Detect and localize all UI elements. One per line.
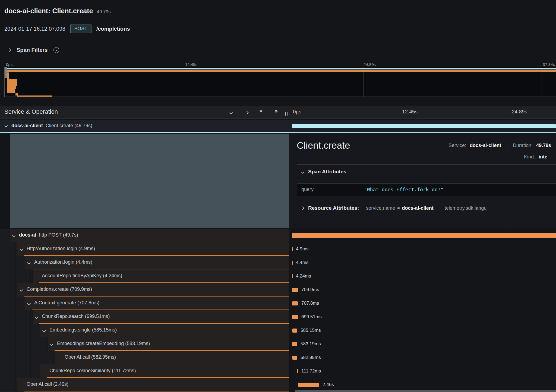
span-row[interactable]: ChunkRepo.search (699.51ms) xyxy=(0,310,289,324)
span-label: Embeddings.single (585.15ms) xyxy=(49,327,117,333)
detail-kind-line: Kind: inte xyxy=(524,154,547,160)
span-duration-label: 699.51ms xyxy=(301,314,322,320)
span-attributes-label: Span Attributes xyxy=(308,169,346,175)
expand-all-icon[interactable] xyxy=(274,110,277,112)
chevron-down-icon[interactable] xyxy=(20,288,23,292)
span-duration-bar[interactable] xyxy=(292,301,298,305)
span-row[interactable]: docs-aihttp POST (49.7s) xyxy=(0,229,289,242)
span-timeline-row[interactable]: 699.51ms xyxy=(289,310,556,324)
span-timeline-row[interactable] xyxy=(289,229,556,242)
meta-divider xyxy=(439,205,439,212)
timeline-tick-label: 0µs xyxy=(293,109,301,115)
span-timeline-row[interactable]: 585.15ms xyxy=(289,324,556,337)
span-label: docs-aihttp POST (49.7s) xyxy=(19,232,78,238)
span-duration-bar[interactable] xyxy=(292,288,298,292)
service-label: Service: xyxy=(448,143,466,148)
span-duration-label: 709.9ms xyxy=(301,287,319,292)
span-row[interactable]: Embeddings.createEmbedding (583.19ms) xyxy=(0,337,289,351)
span-duration-bar[interactable] xyxy=(292,342,297,346)
span-timeline-row[interactable]: 4.4ms xyxy=(289,256,556,269)
span-timeline-row[interactable]: 583.19ms xyxy=(289,337,556,351)
http-span-bar xyxy=(7,70,556,72)
indent-guides xyxy=(0,269,33,283)
span-attributes-toggle[interactable]: Span Attributes xyxy=(301,169,346,175)
chevron-down-icon[interactable] xyxy=(42,329,46,332)
span-duration-bar[interactable] xyxy=(298,383,319,387)
span-row[interactable]: ChunkRepo.cosineSimilarity (111.72ms) xyxy=(0,364,289,378)
span-timeline-row[interactable]: 111.72ms xyxy=(289,364,556,378)
kind-value: inte xyxy=(539,154,547,160)
span-label: AiContext.generate (707.8ms) xyxy=(34,300,99,306)
chevron-down-icon[interactable] xyxy=(35,315,38,319)
span-row[interactable]: OpenAI.call (582.95ms) xyxy=(0,351,289,364)
span-label: ChunkRepo.cosineSimilarity (111.72ms) xyxy=(49,368,136,374)
service-value: docs-ai-client xyxy=(470,143,501,148)
span-timeline-row[interactable]: 4.24ms xyxy=(289,269,556,283)
span-row[interactable]: AiContext.generate (707.8ms) xyxy=(0,297,289,310)
collapse-all-icon[interactable] xyxy=(260,109,262,112)
span-duration-bar[interactable] xyxy=(292,356,297,360)
collapse-one-icon[interactable] xyxy=(230,110,232,115)
span-filters-toggle[interactable]: Span Filters i xyxy=(0,38,556,62)
span-row[interactable]: OpenAI.call (2.46s) xyxy=(0,378,289,391)
span-duration-bar[interactable] xyxy=(292,274,293,278)
chevron-down-icon[interactable] xyxy=(27,302,31,305)
trace-duration: 49.79s xyxy=(97,9,110,14)
chevron-down-icon[interactable] xyxy=(12,234,15,237)
info-icon[interactable]: i xyxy=(53,47,59,53)
span-timeline-column: 4.9ms4.4ms4.24ms709.9ms707.8ms699.51ms58… xyxy=(289,229,556,392)
indent-guides xyxy=(0,283,17,297)
span-blob xyxy=(7,89,15,93)
trace-minimap[interactable] xyxy=(4,67,556,97)
indent-guides xyxy=(0,229,10,242)
chevron-down-icon[interactable] xyxy=(4,124,8,128)
expand-one-icon[interactable] xyxy=(246,110,248,115)
resource-value: docs-ai-client xyxy=(402,205,434,211)
chevron-down-icon[interactable] xyxy=(27,261,31,264)
span-timeline-row[interactable]: 709.9ms xyxy=(289,283,556,297)
page-title: docs-ai-client: Client.create49.79s xyxy=(4,7,111,15)
chevron-down-icon xyxy=(301,170,304,174)
span-duration-bar[interactable] xyxy=(297,369,298,373)
span-label: Embeddings.createEmbedding (583.19ms) xyxy=(57,341,150,346)
detail-panel-left-fill xyxy=(10,134,289,228)
attribute-value: "What does Effect.fork do?" xyxy=(364,187,444,192)
span-row[interactable]: Authorization.login (4.4ms) xyxy=(0,256,289,269)
row-accent-border xyxy=(24,391,289,391)
trace-title: docs-ai-client: Client.create xyxy=(4,7,93,15)
span-duration-bar[interactable] xyxy=(292,329,297,333)
span-duration-bar[interactable] xyxy=(292,233,556,238)
span-row[interactable]: AccountRepo.findByApiKey (4.24ms) xyxy=(0,269,289,283)
span-duration-bar[interactable] xyxy=(292,247,293,251)
span-duration-label: 4.24ms xyxy=(296,273,311,279)
trace-timestamp: 2024-01-17 16:12:07.098 xyxy=(4,26,65,32)
viewport-handle[interactable] xyxy=(5,67,7,78)
span-duration-bar[interactable] xyxy=(292,315,298,319)
span-row[interactable]: Http/Authorization.login (4.9ms) xyxy=(0,242,289,256)
minimap-tick-label: 37.34s xyxy=(543,62,555,67)
span-timeline-row[interactable]: 4.9ms xyxy=(289,242,556,256)
span-blob xyxy=(7,72,9,79)
span-filters-label: Span Filters xyxy=(17,47,48,53)
minimap-tick-label: 12.45s xyxy=(185,62,197,67)
span-row[interactable]: Completions.create (709.9ms) xyxy=(0,283,289,297)
span-row[interactable]: Embeddings.single (585.15ms) xyxy=(0,324,289,337)
span-timeline-row[interactable]: 582.95ms xyxy=(289,351,556,364)
span-duration-bar[interactable] xyxy=(292,124,556,128)
span-timeline-row[interactable]: 2.46s xyxy=(289,378,556,391)
span-duration-label: 4.9ms xyxy=(296,246,308,252)
root-span-bar xyxy=(7,68,556,69)
resource-attributes-toggle[interactable]: Resource Attributes: service.name = docs… xyxy=(301,205,486,212)
kind-label: Kind: xyxy=(524,154,535,160)
timeline-tick-label: 24.89s xyxy=(512,109,527,115)
chevron-down-icon[interactable] xyxy=(20,247,23,251)
span-timeline-row[interactable]: 707.8ms xyxy=(289,297,556,310)
span-blob xyxy=(7,79,17,86)
horizontal-scrollbar[interactable] xyxy=(295,390,556,392)
column-resize-handle[interactable] xyxy=(285,112,288,116)
chevron-down-icon[interactable] xyxy=(50,342,53,346)
span-duration-label: 2.46s xyxy=(323,382,334,387)
span-row-root[interactable]: docs-ai-clientClient.create (49.79s) xyxy=(0,120,556,132)
span-label: Authorization.login (4.4ms) xyxy=(34,259,92,265)
span-duration-bar[interactable] xyxy=(292,261,293,265)
